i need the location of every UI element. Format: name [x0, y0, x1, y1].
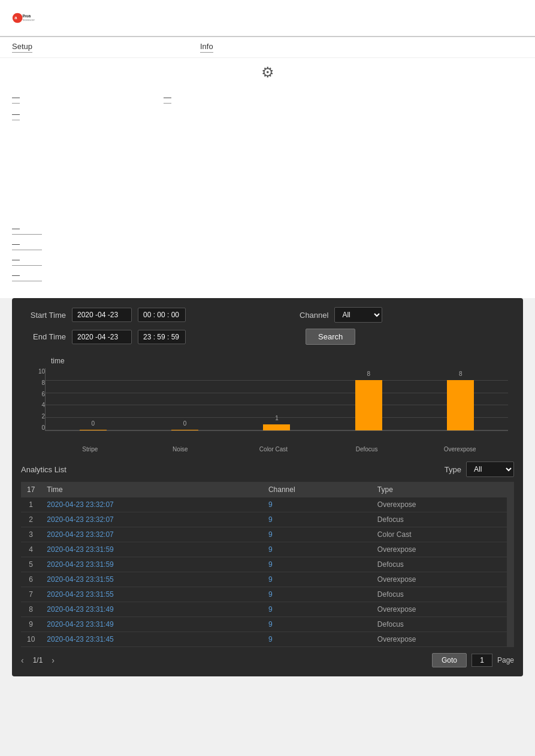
type-row: Type All Stripe Noise Color Cast Defocus…: [445, 462, 514, 477]
analytics-header: Analytics List Type All Stripe Noise Col…: [21, 462, 514, 477]
cell-time: 2020-04-23 23:31:49: [41, 602, 262, 617]
x-label-noise: Noise: [167, 446, 194, 453]
cell-type: Defocus: [371, 617, 514, 632]
cell-num: 1: [21, 497, 41, 512]
chart-title: time: [51, 357, 508, 365]
chart-area: time 0 2 4 6 8 10: [21, 351, 514, 453]
analytics-title: Analytics List: [21, 465, 67, 474]
cell-time: 2020-04-23 23:31:55: [41, 572, 262, 587]
settings-item-3[interactable]: —: [12, 110, 20, 120]
end-time-label: End Time: [21, 332, 66, 341]
nav-setup[interactable]: Setup: [12, 42, 32, 53]
cell-num: 8: [21, 602, 41, 617]
cell-num: 2: [21, 512, 41, 527]
scrollbar[interactable]: [507, 482, 514, 647]
table-row[interactable]: 4 2020-04-23 23:31:59 9 Overexpose: [21, 542, 514, 557]
end-time-input[interactable]: [138, 330, 186, 344]
table-row[interactable]: 6 2020-04-23 23:31:55 9 Overexpose: [21, 572, 514, 587]
cell-time: 2020-04-23 23:31:59: [41, 542, 262, 557]
bar-value-stripe: 0: [91, 420, 95, 427]
page-info: 1/1: [33, 656, 43, 664]
cell-num: 5: [21, 557, 41, 572]
x-label-defocus: Defocus: [353, 446, 380, 453]
table-row[interactable]: 2 2020-04-23 23:32:07 9 Defocus: [21, 512, 514, 527]
start-time-input[interactable]: [138, 308, 186, 322]
cell-channel: 9: [262, 632, 371, 647]
y-label-10: 10: [27, 368, 45, 375]
svg-point-0: [13, 13, 23, 23]
cell-time: 2020-04-23 23:32:07: [41, 497, 262, 512]
side-item-1[interactable]: —: [12, 224, 42, 235]
pagination: ‹ 1/1 › Goto Page: [21, 653, 514, 667]
header: a lhua TECHNOLOGY: [0, 0, 535, 37]
cell-type: Overexpose: [371, 602, 514, 617]
page-nav: ‹ 1/1 ›: [21, 655, 55, 665]
y-label-2: 2: [27, 413, 45, 420]
type-select[interactable]: All Stripe Noise Color Cast Defocus Over…: [466, 462, 514, 477]
bar-stripe: [80, 430, 107, 430]
table-wrapper: 17 Time Channel Type 1 2020-04-23 23:32:…: [21, 482, 514, 647]
cell-type: Overexpose: [371, 572, 514, 587]
nav-info[interactable]: Info: [200, 42, 213, 53]
table-row[interactable]: 7 2020-04-23 23:31:55 9 Defocus: [21, 587, 514, 602]
gear-icon: ⚙: [261, 64, 274, 81]
x-label-overexpose: Overexpose: [443, 446, 476, 453]
settings-area: — — —: [0, 87, 535, 131]
bar-value-overexpose: 8: [459, 371, 463, 377]
start-time-label: Start Time: [21, 311, 66, 320]
end-time-row: End Time Search: [21, 329, 514, 345]
table-row[interactable]: 3 2020-04-23 23:32:07 9 Color Cast: [21, 527, 514, 542]
side-items: — — — —: [0, 221, 535, 298]
col-time: Time: [41, 482, 262, 497]
cell-num: 7: [21, 587, 41, 602]
x-label-stripe: Stripe: [77, 446, 104, 453]
row-count: 17: [27, 485, 35, 494]
goto-button[interactable]: Goto: [432, 653, 467, 667]
bar-noise: [171, 430, 198, 430]
settings-item-1[interactable]: —: [12, 93, 20, 104]
cell-type: Overexpose: [371, 632, 514, 647]
page-number-input[interactable]: [471, 654, 492, 667]
next-page-button[interactable]: ›: [52, 655, 55, 665]
table-row[interactable]: 9 2020-04-23 23:31:49 9 Defocus: [21, 617, 514, 632]
bar-overexpose: [447, 380, 474, 430]
page-label: Page: [497, 656, 514, 664]
goto-section: Goto Page: [432, 653, 514, 667]
search-button[interactable]: Search: [306, 329, 355, 345]
side-item-4[interactable]: —: [12, 271, 42, 281]
cell-channel: 9: [262, 527, 371, 542]
settings-item-2[interactable]: —: [164, 93, 171, 104]
col-num: 17: [21, 482, 41, 497]
x-label-colorcast: Color Cast: [257, 446, 290, 453]
col-channel: Channel: [262, 482, 371, 497]
start-time-row: Start Time Channel All: [21, 307, 514, 323]
end-date-input[interactable]: [72, 330, 132, 344]
prev-page-button[interactable]: ‹: [21, 655, 24, 665]
type-label: Type: [445, 465, 461, 474]
main-panel: dahuarchiver.com Start Time Channel All …: [12, 298, 523, 676]
channel-select[interactable]: All: [334, 307, 382, 323]
bar-colorcast: [263, 424, 290, 430]
table-row[interactable]: 5 2020-04-23 23:31:59 9 Defocus: [21, 557, 514, 572]
table-row[interactable]: 10 2020-04-23 23:31:45 9 Overexpose: [21, 632, 514, 647]
cell-num: 6: [21, 572, 41, 587]
side-item-2[interactable]: —: [12, 239, 42, 250]
bar-value-defocus: 8: [367, 371, 371, 377]
cell-num: 9: [21, 617, 41, 632]
cell-type: Color Cast: [371, 527, 514, 542]
cell-type: Defocus: [371, 587, 514, 602]
cell-channel: 9: [262, 617, 371, 632]
table-row[interactable]: 8 2020-04-23 23:31:49 9 Overexpose: [21, 602, 514, 617]
blank-area: [0, 131, 535, 221]
side-item-3[interactable]: —: [12, 255, 42, 266]
svg-text:TECHNOLOGY: TECHNOLOGY: [23, 19, 35, 22]
table-row[interactable]: 1 2020-04-23 23:32:07 9 Overexpose: [21, 497, 514, 512]
bar-value-colorcast: 1: [275, 415, 279, 421]
y-label-6: 6: [27, 391, 45, 397]
cell-num: 3: [21, 527, 41, 542]
svg-text:lhua: lhua: [23, 14, 31, 18]
logo: a lhua TECHNOLOGY: [12, 6, 42, 30]
start-date-input[interactable]: [72, 308, 132, 322]
cell-time: 2020-04-23 23:31:59: [41, 557, 262, 572]
bar-value-noise: 0: [183, 420, 187, 427]
